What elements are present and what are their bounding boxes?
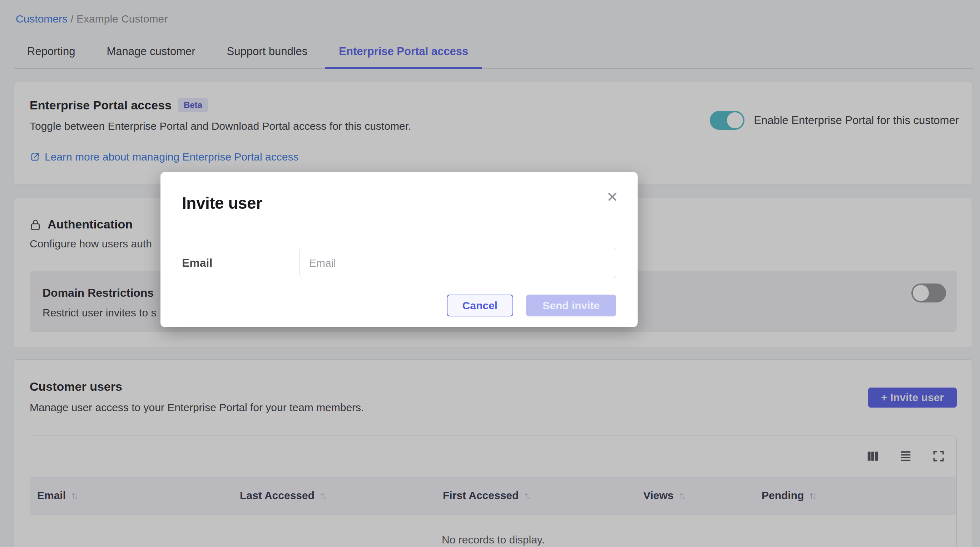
cancel-button[interactable]: Cancel xyxy=(447,295,513,316)
send-invite-button[interactable]: Send invite xyxy=(526,295,616,316)
modal-footer: Cancel Send invite xyxy=(182,295,616,316)
email-input[interactable] xyxy=(299,248,616,278)
email-field-row: Email xyxy=(182,248,616,278)
invite-user-modal: Invite user ✕ Email Cancel Send invite xyxy=(161,172,638,327)
email-field-label: Email xyxy=(182,256,299,270)
close-icon[interactable]: ✕ xyxy=(606,190,618,204)
modal-title: Invite user xyxy=(182,193,616,213)
